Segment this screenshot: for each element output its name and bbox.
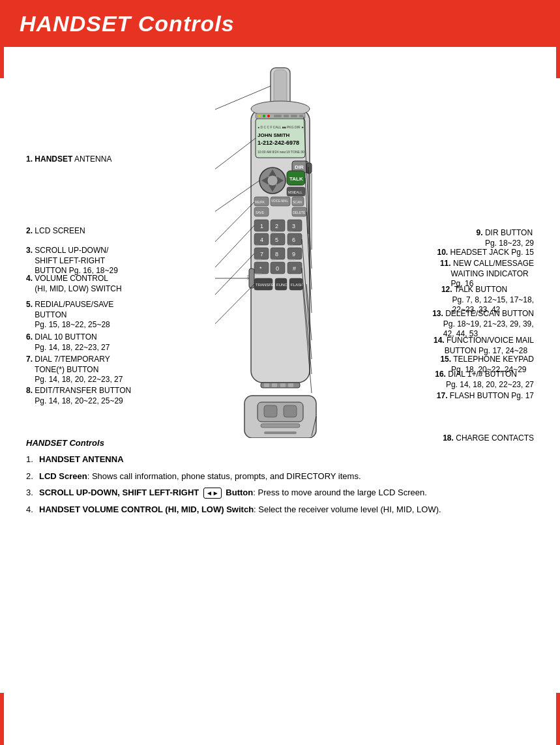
- label-9: 9. DIR BUTTON Pg. 18~23, 29: [477, 228, 534, 248]
- svg-point-11: [263, 115, 265, 117]
- svg-rect-84: [272, 383, 277, 387]
- svg-line-100: [215, 284, 254, 390]
- svg-text:TUV: TUV: [271, 258, 276, 261]
- svg-rect-91: [261, 424, 300, 428]
- svg-rect-92: [264, 431, 297, 434]
- svg-point-24: [267, 175, 278, 186]
- label-18: 18. CHARGE CONTACTS: [443, 433, 534, 444]
- svg-text:JKL: JKL: [271, 244, 276, 247]
- svg-text:1: 1: [260, 223, 263, 229]
- bottom-border-left: [0, 693, 4, 745]
- desc-text-1: HANDSET ANTENNA: [39, 453, 534, 466]
- label-14: 14. FUNCTION/VOICE MAIL BUTTON Pg. 17, 2…: [434, 336, 534, 356]
- label-4: 4. VOLUME CONTROL (HI, MID, LOW) SWITCH: [26, 274, 122, 294]
- desc-num-4: 4.: [26, 503, 39, 516]
- svg-rect-86: [288, 383, 293, 387]
- svg-rect-81: [306, 163, 312, 173]
- svg-text:VOL: VOL: [246, 274, 250, 280]
- description-section: HANDSET Controls 1. HANDSET ANTENNA 2. L…: [20, 438, 540, 516]
- svg-text:SAVE: SAVE: [256, 211, 265, 214]
- svg-line-99: [215, 254, 254, 363]
- svg-text:MNO: MNO: [287, 244, 293, 247]
- svg-line-94: [215, 138, 256, 229]
- svg-text:2: 2: [275, 223, 278, 229]
- label-10: 10. HEADSET JACK Pg. 15: [437, 248, 534, 258]
- page-title: HANDSET Controls: [20, 11, 235, 37]
- header-banner: HANDSET Controls: [0, 0, 560, 47]
- svg-text:7: 7: [260, 251, 263, 257]
- svg-text:● D C C F CALL  ■■ PKG DIR ►: ● D C C F CALL ■■ PKG DIR ►: [258, 125, 304, 129]
- svg-text:DEF: DEF: [287, 230, 293, 233]
- svg-text:CALL: CALL: [294, 190, 302, 194]
- svg-rect-14: [284, 115, 289, 117]
- svg-line-98: [215, 226, 254, 337]
- bottom-border-right: [556, 693, 560, 745]
- svg-text:0: 0: [276, 265, 279, 272]
- svg-text:DIR: DIR: [295, 164, 304, 170]
- svg-rect-16: [299, 115, 303, 117]
- svg-text:TRANSFER: TRANSFER: [256, 283, 277, 287]
- svg-text:5: 5: [275, 237, 278, 243]
- desc-text-2: LCD Screen: Shows call information, phon…: [39, 470, 534, 483]
- svg-text:ABC: ABC: [271, 230, 276, 233]
- desc-num-1: 1.: [26, 453, 39, 466]
- desc-text-3: SCROLL UP-DOWN, SHIFT LEFT-RIGHT ◄► Butt…: [39, 486, 534, 499]
- svg-text:OPER: OPER: [254, 272, 261, 276]
- label-13: 13. DELETE/SCAN BUTTON Pg. 18~19, 21~23,…: [432, 309, 534, 340]
- svg-rect-83: [264, 383, 269, 387]
- svg-text:SCAN: SCAN: [293, 200, 302, 204]
- svg-text:9: 9: [292, 251, 295, 257]
- svg-text:*: *: [259, 265, 262, 272]
- svg-text:4: 4: [260, 237, 263, 243]
- label-8: 8. EDIT/TRANSFER BUTTON Pg. 14, 18, 20~2…: [26, 386, 131, 406]
- svg-text:DELETE: DELETE: [293, 211, 306, 214]
- svg-point-10: [258, 115, 261, 117]
- label-5: 5. REDIAL/PAUSE/SAVE BUTTON Pg. 15, 18~2…: [26, 300, 113, 330]
- label-3: 3. SCROLL UP-DOWN/ SHIFT LEFT-RIGHT BUTT…: [26, 246, 118, 276]
- svg-text:WXYZ: WXYZ: [287, 258, 295, 261]
- label-1: 1. HANDSET ANTENNA: [26, 154, 111, 165]
- svg-rect-15: [291, 115, 297, 117]
- svg-text:FLASH: FLASH: [291, 283, 303, 287]
- svg-text:FUNC: FUNC: [276, 283, 287, 287]
- desc-text-4: HANDSET VOLUME CONTROL (HI, MID, LOW) Sw…: [39, 503, 534, 516]
- label-7: 7. DIAL 7/TEMPORARY TONE(*) BUTTON Pg. 1…: [26, 355, 123, 385]
- desc-item-4: 4. HANDSET VOLUME CONTROL (HI, MID, LOW)…: [26, 503, 534, 516]
- desc-item-2: 2. LCD Screen: Shows call information, p…: [26, 470, 534, 483]
- desc-item-3: 3. SCROLL UP-DOWN, SHIFT LEFT-RIGHT ◄► B…: [26, 486, 534, 499]
- svg-text:VOICE-MAIL: VOICE-MAIL: [271, 199, 289, 203]
- svg-text:JOHN SMITH: JOHN SMITH: [258, 132, 290, 138]
- svg-text:10:00 AM  8/24  new:18 TONE:30: 10:00 AM 8/24 new:18 TONE:30: [258, 150, 304, 154]
- diagram-area: 1. HANDSET ANTENNA 2. LCD SCREEN 3. SCRO…: [20, 66, 540, 445]
- main-content: 1. HANDSET ANTENNA 2. LCD SCREEN 3. SCRO…: [0, 47, 560, 533]
- svg-point-12: [267, 115, 270, 117]
- svg-line-97: [215, 202, 254, 308]
- svg-text:6: 6: [292, 237, 295, 243]
- svg-rect-89: [264, 405, 277, 417]
- svg-text:PQRS: PQRS: [254, 258, 262, 261]
- svg-text:GHI: GHI: [254, 244, 259, 247]
- svg-rect-90: [284, 405, 297, 417]
- label-17: 17. FLASH BUTTON Pg. 17: [437, 391, 534, 402]
- svg-text:1-212-242-6978: 1-212-242-6978: [258, 139, 299, 146]
- svg-text:RE/PA: RE/PA: [255, 200, 265, 204]
- svg-text:8: 8: [275, 251, 278, 257]
- label-2: 2. LCD SCREEN: [26, 226, 85, 237]
- svg-text:TALK: TALK: [289, 176, 303, 182]
- svg-text:3: 3: [292, 223, 295, 229]
- label-16: 16. DIAL 1+/# BUTTON Pg. 14, 18, 20, 22~…: [435, 370, 534, 390]
- svg-text:#: #: [293, 265, 296, 272]
- desc-item-1: 1. HANDSET ANTENNA: [26, 453, 534, 466]
- desc-num-3: 3.: [26, 486, 39, 499]
- svg-rect-85: [280, 383, 286, 387]
- desc-num-2: 2.: [26, 470, 39, 483]
- handset-diagram: ● D C C F CALL ■■ PKG DIR ► JOHN SMITH 1…: [215, 66, 346, 438]
- svg-rect-13: [274, 115, 282, 117]
- label-6: 6. DIAL 10 BUTTON Pg. 14, 18, 22~23, 27: [26, 332, 110, 353]
